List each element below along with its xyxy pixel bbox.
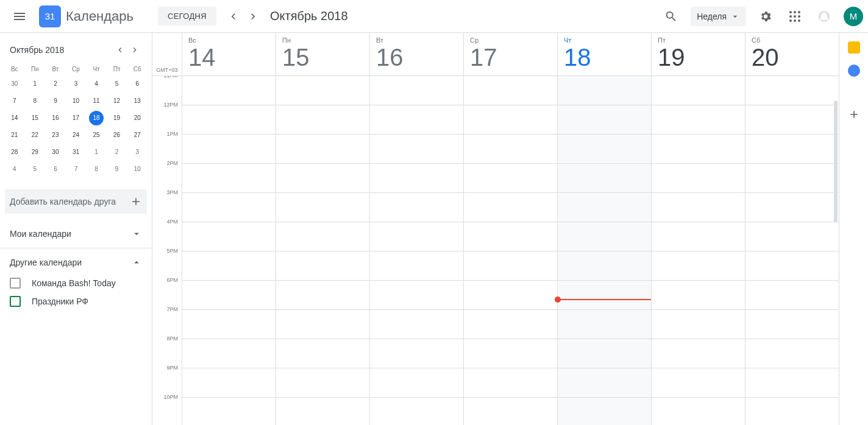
- calendar-item[interactable]: Команда Bash! Today: [5, 274, 147, 292]
- hour-cell[interactable]: [276, 368, 369, 398]
- menu-button[interactable]: [5, 2, 34, 31]
- mini-day[interactable]: 7: [68, 162, 83, 177]
- mini-day[interactable]: 25: [89, 128, 104, 142]
- hour-cell[interactable]: [182, 105, 276, 135]
- day-header[interactable]: Пт19: [651, 33, 745, 76]
- hour-cell[interactable]: [652, 398, 745, 425]
- settings-button[interactable]: [753, 4, 778, 29]
- mini-day[interactable]: 24: [68, 128, 83, 142]
- day-column[interactable]: [557, 76, 651, 425]
- hour-cell[interactable]: [370, 105, 463, 135]
- hour-cell[interactable]: [276, 164, 369, 193]
- hour-cell[interactable]: [652, 135, 745, 164]
- mini-day[interactable]: 18: [89, 111, 104, 125]
- mini-next-month[interactable]: [127, 43, 142, 57]
- mini-day[interactable]: 16: [48, 111, 63, 125]
- hour-cell[interactable]: [370, 222, 463, 251]
- hour-cell[interactable]: [558, 398, 651, 425]
- day-column[interactable]: [276, 76, 369, 425]
- hour-cell[interactable]: [276, 251, 369, 281]
- hour-cell[interactable]: [652, 339, 745, 368]
- mini-day[interactable]: 6: [130, 77, 144, 91]
- mini-day[interactable]: 1: [27, 77, 42, 91]
- scrollbar[interactable]: [834, 100, 838, 222]
- hour-cell[interactable]: [370, 135, 463, 164]
- hour-cell[interactable]: [745, 193, 839, 222]
- hour-cell[interactable]: [558, 281, 651, 310]
- mini-day[interactable]: 9: [110, 162, 124, 177]
- hour-cell[interactable]: [276, 76, 369, 105]
- mini-day[interactable]: 5: [110, 77, 124, 91]
- hour-cell[interactable]: [745, 281, 839, 310]
- hour-cell[interactable]: [558, 222, 651, 251]
- time-grid[interactable]: 11AM12PM1PM2PM3PM4PM5PM6PM7PM8PM9PM10PM: [152, 76, 839, 425]
- hour-cell[interactable]: [745, 310, 839, 339]
- hour-cell[interactable]: [464, 339, 557, 368]
- hour-cell[interactable]: [652, 222, 745, 251]
- hour-cell[interactable]: [652, 76, 745, 105]
- hour-cell[interactable]: [276, 310, 369, 339]
- hour-cell[interactable]: [182, 310, 276, 339]
- mini-prev-month[interactable]: [113, 43, 127, 57]
- mini-day[interactable]: 28: [7, 145, 22, 160]
- day-column[interactable]: [182, 76, 276, 425]
- day-header[interactable]: Чт18: [557, 33, 651, 76]
- hour-cell[interactable]: [276, 398, 369, 425]
- mini-day[interactable]: 2: [110, 145, 124, 160]
- mini-day[interactable]: 11: [89, 94, 104, 108]
- hour-cell[interactable]: [652, 310, 745, 339]
- mini-day[interactable]: 22: [27, 128, 42, 142]
- view-selector[interactable]: Неделя: [691, 7, 746, 26]
- hour-cell[interactable]: [745, 135, 839, 164]
- hour-cell[interactable]: [276, 193, 369, 222]
- calendar-item[interactable]: Праздники РФ: [5, 292, 147, 311]
- hour-cell[interactable]: [182, 368, 276, 398]
- day-column[interactable]: [745, 76, 839, 425]
- hour-cell[interactable]: [745, 222, 839, 251]
- hour-cell[interactable]: [182, 398, 276, 425]
- hour-cell[interactable]: [652, 164, 745, 193]
- mini-day[interactable]: 1: [89, 145, 104, 160]
- hour-cell[interactable]: [276, 105, 369, 135]
- mini-day[interactable]: 29: [27, 145, 42, 160]
- search-button[interactable]: [659, 4, 683, 29]
- mini-day[interactable]: 20: [130, 111, 144, 125]
- day-column[interactable]: [463, 76, 557, 425]
- hour-cell[interactable]: [464, 368, 557, 398]
- day-column[interactable]: [369, 76, 463, 425]
- hour-cell[interactable]: [558, 76, 651, 105]
- mini-day[interactable]: 26: [110, 128, 124, 142]
- mini-day[interactable]: 30: [48, 145, 63, 160]
- day-column[interactable]: [651, 76, 745, 425]
- hour-cell[interactable]: [464, 105, 557, 135]
- mini-day[interactable]: 3: [68, 77, 83, 91]
- hour-cell[interactable]: [558, 251, 651, 281]
- mini-day[interactable]: 3: [130, 145, 144, 160]
- hour-cell[interactable]: [745, 251, 839, 281]
- mini-day[interactable]: 27: [130, 128, 144, 142]
- mini-day[interactable]: 10: [130, 162, 144, 177]
- my-calendars-section[interactable]: Мои календари: [5, 222, 147, 245]
- calendar-checkbox[interactable]: [10, 296, 21, 307]
- hour-cell[interactable]: [652, 368, 745, 398]
- hour-cell[interactable]: [464, 193, 557, 222]
- hour-cell[interactable]: [370, 310, 463, 339]
- hour-cell[interactable]: [558, 339, 651, 368]
- hour-cell[interactable]: [182, 281, 276, 310]
- mini-day[interactable]: 6: [48, 162, 63, 177]
- hour-cell[interactable]: [370, 251, 463, 281]
- hour-cell[interactable]: [276, 222, 369, 251]
- hour-cell[interactable]: [558, 135, 651, 164]
- hour-cell[interactable]: [464, 76, 557, 105]
- mini-day[interactable]: 14: [7, 111, 22, 125]
- mini-day[interactable]: 10: [68, 94, 83, 108]
- hour-cell[interactable]: [745, 339, 839, 368]
- mini-day[interactable]: 4: [89, 77, 104, 91]
- hour-cell[interactable]: [652, 105, 745, 135]
- hour-cell[interactable]: [652, 193, 745, 222]
- mini-day[interactable]: 9: [48, 94, 63, 108]
- calendar-checkbox[interactable]: [10, 278, 21, 289]
- hour-cell[interactable]: [370, 76, 463, 105]
- hour-cell[interactable]: [276, 135, 369, 164]
- day-header[interactable]: Вс14: [182, 33, 276, 76]
